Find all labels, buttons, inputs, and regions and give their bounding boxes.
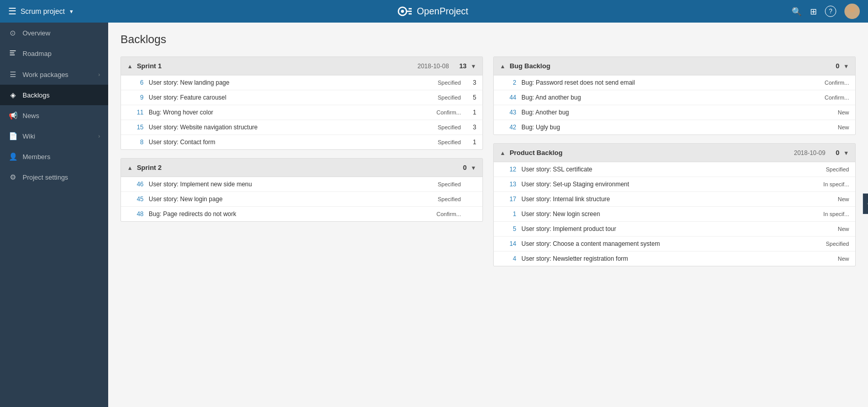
topbar-left: ☰ Scrum project ▼ [8, 6, 74, 17]
svg-point-1 [401, 10, 404, 13]
expand-arrow-icon: › [98, 72, 100, 77]
row-status: Specified [808, 166, 849, 172]
row-title: User story: New landing page [149, 79, 420, 86]
row-status: Specified [420, 124, 461, 130]
sprint2-panel: ▲ Sprint 2 0 ▼ 46 User story: Implement … [120, 158, 483, 222]
table-row: 2 Bug: Password reset does not send emai… [494, 75, 855, 90]
table-row: 1 User story: New login screen In specif… [494, 207, 855, 222]
bug-backlog-collapse-icon[interactable]: ▲ [500, 63, 506, 69]
sidebar-item-members[interactable]: 👤 Members [0, 146, 108, 167]
row-title: Bug: Password reset does not send email [521, 79, 808, 86]
row-id[interactable]: 42 [500, 124, 516, 131]
sidebar-item-work-packages[interactable]: ☰ Work packages › [0, 64, 108, 85]
apps-icon[interactable]: ⊞ [810, 7, 817, 16]
row-id[interactable]: 17 [500, 196, 516, 203]
row-id[interactable]: 6 [127, 79, 144, 86]
openproject-logo-icon [397, 5, 414, 17]
sidebar-item-label: Work packages [23, 71, 93, 79]
row-id[interactable]: 12 [500, 166, 516, 173]
bug-backlog-more-icon[interactable]: ▼ [843, 63, 849, 69]
row-id[interactable]: 46 [127, 181, 144, 188]
sidebar: ⊙ Overview Roadmap ☰ Work packages › ◈ B… [0, 23, 108, 407]
row-id[interactable]: 48 [127, 210, 144, 218]
row-status: New [808, 226, 849, 232]
table-row: 11 Bug: Wrong hover color Confirm... 1 [121, 105, 482, 120]
product-backlog-header: ▲ Product Backlog 2018-10-09 0 ▼ [494, 144, 855, 162]
product-backlog-points: 0 [836, 149, 839, 157]
backlogs-grid: ▲ Sprint 1 2018-10-08 13 ▼ 6 User story:… [120, 56, 856, 266]
sidebar-item-label: Project settings [23, 173, 100, 181]
row-status: In specif... [808, 211, 849, 217]
product-backlog-rows: 12 User story: SSL certificate Specified… [494, 162, 855, 266]
row-id[interactable]: 43 [500, 109, 516, 116]
sidebar-item-project-settings[interactable]: ⚙ Project settings [0, 167, 108, 187]
backlogs-column: ▲ Bug Backlog 0 ▼ 2 Bug: Password reset … [493, 56, 856, 266]
row-id[interactable]: 4 [500, 255, 516, 262]
table-row: 42 Bug: Ugly bug New [494, 120, 855, 134]
sprint1-panel: ▲ Sprint 1 2018-10-08 13 ▼ 6 User story:… [120, 56, 483, 150]
table-row: 8 User story: Contact form Specified 1 [121, 135, 482, 149]
sprint1-more-icon[interactable]: ▼ [471, 63, 476, 69]
row-title: User story: New login screen [521, 210, 808, 218]
row-id[interactable]: 5 [500, 225, 516, 232]
row-title: User story: Feature carousel [149, 94, 420, 101]
table-row: 4 User story: Newsletter registration fo… [494, 251, 855, 266]
project-dropdown-icon[interactable]: ▼ [69, 9, 74, 14]
row-id[interactable]: 15 [127, 124, 144, 131]
svg-point-5 [849, 6, 855, 12]
row-title: User story: Contact form [149, 139, 420, 146]
row-status: New [808, 196, 849, 202]
sprint2-points: 0 [463, 164, 467, 171]
sidebar-item-label: Backlogs [23, 91, 100, 99]
table-row: 43 Bug: Another bug New [494, 105, 855, 120]
row-id[interactable]: 14 [500, 240, 516, 247]
sprint1-header: ▲ Sprint 1 2018-10-08 13 ▼ [121, 57, 482, 75]
search-icon[interactable]: 🔍 [792, 7, 802, 16]
main-layout: ⊙ Overview Roadmap ☰ Work packages › ◈ B… [0, 23, 868, 407]
row-id[interactable]: 8 [127, 139, 144, 146]
hamburger-menu[interactable]: ☰ [8, 6, 16, 17]
svg-rect-9 [10, 54, 15, 55]
sidebar-item-news[interactable]: 📢 News [0, 105, 108, 126]
row-points: 1 [466, 109, 476, 116]
table-row: 9 User story: Feature carousel Specified… [121, 90, 482, 105]
sprint2-collapse-icon[interactable]: ▲ [127, 165, 133, 171]
sidebar-item-backlogs[interactable]: ◈ Backlogs [0, 85, 108, 105]
product-backlog-collapse-icon[interactable]: ▲ [500, 150, 506, 156]
row-id[interactable]: 2 [500, 79, 516, 86]
row-id[interactable]: 11 [127, 109, 144, 116]
table-row: 44 Bug: And another bug Confirm... [494, 90, 855, 105]
row-status: In specif... [808, 181, 849, 187]
row-id[interactable]: 45 [127, 196, 144, 203]
row-id[interactable]: 1 [500, 210, 516, 218]
sprint1-points: 13 [459, 62, 467, 70]
sprint2-more-icon[interactable]: ▼ [471, 165, 476, 171]
product-backlog-more-icon[interactable]: ▼ [843, 150, 849, 156]
row-title: User story: SSL certificate [521, 166, 808, 173]
row-status: New [808, 109, 849, 115]
row-status: Specified [420, 181, 461, 187]
backlogs-icon: ◈ [8, 91, 17, 99]
avatar[interactable] [844, 4, 860, 19]
row-id[interactable]: 44 [500, 94, 516, 101]
help-icon[interactable]: ? [825, 6, 836, 17]
product-backlog-date: 2018-10-09 [794, 149, 825, 157]
sidebar-item-roadmap[interactable]: Roadmap [0, 43, 108, 64]
row-id[interactable]: 9 [127, 94, 144, 101]
settings-icon: ⚙ [8, 173, 17, 181]
sidebar-item-wiki[interactable]: 📄 Wiki › [0, 126, 108, 146]
sidebar-item-label: Roadmap [23, 50, 100, 57]
sprint1-name: Sprint 1 [137, 62, 413, 70]
row-title: Bug: Another bug [521, 109, 808, 116]
table-row: 14 User story: Choose a content manageme… [494, 237, 855, 251]
sidebar-item-overview[interactable]: ⊙ Overview [0, 23, 108, 43]
project-name[interactable]: Scrum project [21, 7, 65, 15]
row-title: User story: Choose a content management … [521, 240, 808, 247]
row-title: User story: Website navigation structure [149, 124, 420, 131]
row-id[interactable]: 13 [500, 181, 516, 188]
table-row: 13 User story: Set-up Staging environmen… [494, 177, 855, 192]
sprint1-collapse-icon[interactable]: ▲ [127, 63, 133, 69]
sprints-column: ▲ Sprint 1 2018-10-08 13 ▼ 6 User story:… [120, 56, 483, 222]
sidebar-item-label: Overview [23, 29, 100, 37]
bug-backlog-rows: 2 Bug: Password reset does not send emai… [494, 75, 855, 134]
